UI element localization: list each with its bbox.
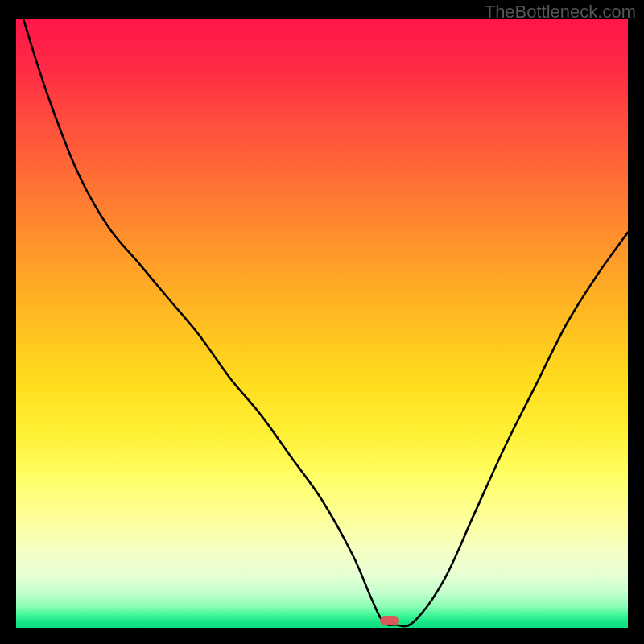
chart-area	[16, 19, 628, 628]
watermark-text: TheBottleneck.com	[485, 2, 636, 23]
bottleneck-curve	[16, 19, 628, 628]
optimal-marker	[380, 616, 399, 625]
